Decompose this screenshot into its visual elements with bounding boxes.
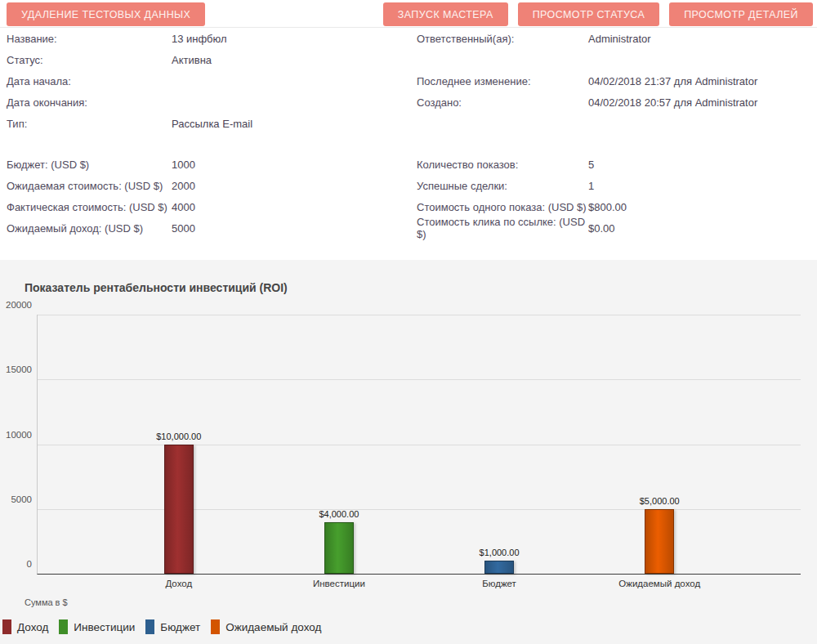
field-label: Ожидаемая стоимость: (USD $) xyxy=(7,180,172,192)
field-value: 1 xyxy=(588,180,594,192)
legend-item: Инвестиции xyxy=(59,619,135,634)
details-group1-right: Ответственный(ая):AdministratorПоследнее… xyxy=(417,28,817,134)
field-value: 5000 xyxy=(172,222,195,235)
run-wizard-button[interactable]: ЗАПУСК МАСТЕРА xyxy=(383,2,508,26)
legend-swatch xyxy=(145,619,154,634)
details-group1-left: Название:13 инфбюлСтатус:АктивнаДата нач… xyxy=(7,28,408,134)
details-left-column: Название:13 инфбюлСтатус:АктивнаДата нач… xyxy=(0,28,408,244)
field-value: 2000 xyxy=(172,180,195,192)
legend-label: Доход xyxy=(17,621,48,633)
field-row: Создано:04/02/2018 20:57 для Administrat… xyxy=(417,92,817,113)
field-value: 13 инфбюл xyxy=(172,33,227,45)
field-label: Название: xyxy=(7,33,172,45)
legend-item: Доход xyxy=(2,619,48,634)
legend-swatch xyxy=(211,619,220,634)
roi-bar-chart: 05000100001500020000$10,000.00Доход$4,00… xyxy=(37,315,801,575)
field-value: $0.00 xyxy=(588,222,615,235)
x-axis-category-label: Бюджет xyxy=(482,579,516,588)
bar-value-label: $10,000.00 xyxy=(156,432,201,441)
chart-bar-3: $5,000.00 xyxy=(645,509,674,574)
field-value: Активна xyxy=(172,54,212,66)
field-value: Administrator xyxy=(588,33,651,45)
field-value: 4000 xyxy=(172,201,195,213)
y-axis-tick: 15000 xyxy=(6,364,38,374)
field-row: Название:13 инфбюл xyxy=(7,28,408,49)
roi-chart-section: Показатель рентабельности инвестиций (RO… xyxy=(0,260,817,644)
y-axis-tick: 10000 xyxy=(6,430,38,440)
gridline xyxy=(38,445,801,445)
view-details-button[interactable]: ПРОСМОТР ДЕТАЛЕЙ xyxy=(669,2,813,26)
legend-label: Ожидаемый доход xyxy=(225,621,321,633)
details-group2-right: Количество показов:5Успешные сделки:1Сто… xyxy=(417,154,817,239)
field-label: Ответственный(ая): xyxy=(417,33,588,45)
details-right-column: Ответственный(ая):AdministratorПоследнее… xyxy=(408,28,817,244)
field-value: $800.00 xyxy=(588,201,627,213)
field-label: Бюджет: (USD $) xyxy=(7,159,172,171)
field-row: Количество показов:5 xyxy=(417,154,817,175)
legend-swatch xyxy=(59,619,68,634)
field-value: 04/02/2018 21:37 для Administrator xyxy=(588,75,757,87)
chart-title: Показатель рентабельности инвестиций (RO… xyxy=(0,260,817,294)
field-row: Стоимость клика по ссылке: (USD $)$0.00 xyxy=(417,217,817,239)
group-spacer xyxy=(7,134,408,154)
view-status-button[interactable]: ПРОСМОТР СТАТУСА xyxy=(518,2,660,26)
legend-label: Бюджет xyxy=(160,621,200,633)
field-row: Фактическая стоимость: (USD $)4000 xyxy=(7,196,408,217)
x-axis-category-label: Инвестиции xyxy=(313,579,365,588)
field-label: Создано: xyxy=(417,96,588,109)
bar-value-label: $5,000.00 xyxy=(640,496,680,506)
x-axis-category-label: Ожидаемый доход xyxy=(618,579,700,588)
y-axis-tick: 5000 xyxy=(11,494,38,504)
bar-value-label: $4,000.00 xyxy=(319,509,359,519)
field-row: Бюджет: (USD $)1000 xyxy=(7,154,408,175)
gridline xyxy=(38,509,801,510)
field-label: Фактическая стоимость: (USD $) xyxy=(7,201,172,213)
delete-test-data-button[interactable]: УДАЛЕНИЕ ТЕСТОВЫХ ДАННЫХ xyxy=(7,2,205,26)
details-group2-left: Бюджет: (USD $)1000Ожидаемая стоимость: … xyxy=(7,154,408,239)
field-value: Рассылка E-mail xyxy=(172,118,252,130)
field-value: 5 xyxy=(588,159,594,171)
field-label: Дата начала: xyxy=(7,75,172,87)
field-row: Статус:Активна xyxy=(7,49,408,70)
field-value: 04/02/2018 20:57 для Administrator xyxy=(588,96,757,109)
field-row: Стоимость одного показа: (USD $)$800.00 xyxy=(417,196,817,217)
field-row: Дата начала: xyxy=(7,70,408,92)
legend-item: Ожидаемый доход xyxy=(211,619,321,634)
legend-label: Инвестиции xyxy=(74,621,135,633)
y-axis-tick: 20000 xyxy=(6,300,38,310)
field-row: Последнее изменение:04/02/2018 21:37 для… xyxy=(417,70,817,92)
y-axis-tick: 0 xyxy=(27,559,38,569)
field-label: Последнее изменение: xyxy=(417,75,588,87)
campaign-details-panel: Название:13 инфбюлСтатус:АктивнаДата нач… xyxy=(0,28,817,260)
field-row xyxy=(417,113,817,134)
field-row: Ожидаемая стоимость: (USD $)2000 xyxy=(7,175,408,196)
gridline xyxy=(38,379,801,380)
field-row: Тип:Рассылка E-mail xyxy=(7,113,408,134)
field-label: Успешные сделки: xyxy=(417,180,588,192)
x-axis-category-label: Доход xyxy=(165,579,192,588)
chart-xaxis-label: Сумма в $ xyxy=(25,597,817,607)
chart-legend: ДоходИнвестицииБюджетОжидаемый доход xyxy=(2,619,817,634)
right-button-group: ЗАПУСК МАСТЕРА ПРОСМОТР СТАТУСА ПРОСМОТР… xyxy=(383,2,813,26)
legend-item: Бюджет xyxy=(145,619,200,634)
action-toolbar: УДАЛЕНИЕ ТЕСТОВЫХ ДАННЫХ ЗАПУСК МАСТЕРА … xyxy=(0,0,817,28)
field-row: Ожидаемый доход: (USD $)5000 xyxy=(7,217,408,239)
field-label: Статус: xyxy=(7,54,172,66)
field-value: 1000 xyxy=(172,159,195,171)
field-label: Дата окончания: xyxy=(7,96,172,109)
field-row: Дата окончания: xyxy=(7,92,408,113)
field-row: Ответственный(ая):Administrator xyxy=(417,28,817,49)
gridline xyxy=(38,315,801,315)
field-label: Количество показов: xyxy=(417,159,588,171)
chart-bar-0: $10,000.00 xyxy=(164,445,194,575)
chart-bar-2: $1,000.00 xyxy=(484,561,514,574)
field-row xyxy=(417,49,817,70)
legend-swatch xyxy=(2,619,11,634)
field-label: Тип: xyxy=(7,118,172,130)
group-spacer xyxy=(417,134,817,154)
bar-value-label: $1,000.00 xyxy=(480,548,520,557)
chart-bar-1: $4,000.00 xyxy=(324,522,354,574)
field-label: Стоимость клика по ссылке: (USD $) xyxy=(417,216,588,240)
field-label: Стоимость одного показа: (USD $) xyxy=(417,201,588,213)
field-row: Успешные сделки:1 xyxy=(417,175,817,196)
